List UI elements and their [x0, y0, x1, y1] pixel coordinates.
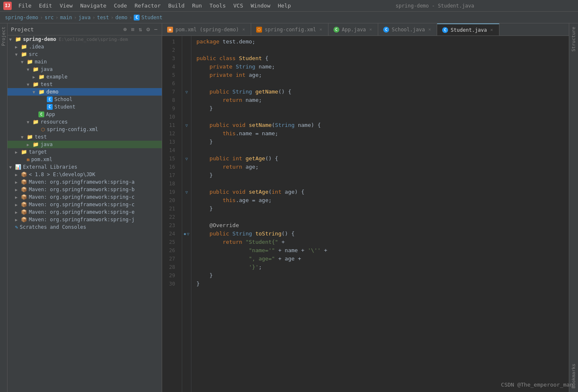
code-line-13: } [196, 138, 569, 146]
menu-code[interactable]: Code [111, 2, 130, 10]
line-num-5: 5 [162, 71, 178, 79]
code-line-21: } [196, 205, 569, 213]
tab-pom[interactable]: m pom.xml (spring-demo) × [162, 23, 251, 35]
tab-label-pom: pom.xml (spring-demo) [176, 27, 239, 33]
tree-item-maven-a[interactable]: ▶ 📦 Maven: org.springframework:spring-a [8, 178, 162, 186]
close-icon[interactable]: − [153, 25, 158, 33]
lib-icon-maven-c1: 📦 [21, 194, 27, 200]
menu-file[interactable]: File [15, 2, 35, 10]
breadcrumb-main[interactable]: main [60, 15, 72, 20]
tree-item-school[interactable]: C School [8, 96, 162, 103]
tree-item-idea[interactable]: ▶ 📁 .idea [8, 43, 162, 51]
gutter-21 [182, 205, 191, 213]
structure-label[interactable]: Structure [570, 23, 577, 55]
gutter-25 [182, 238, 191, 246]
tab-spring-config[interactable]: ⬡ spring-config.xml × [251, 23, 328, 35]
tree-item-java[interactable]: ▼ 📁 java [8, 66, 162, 73]
tree-item-resources[interactable]: ▼ 📁 resources [8, 118, 162, 126]
breadcrumb-src[interactable]: src [45, 15, 54, 20]
editor-area: m pom.xml (spring-demo) × ⬡ spring-confi… [162, 23, 569, 392]
java-icon-school: C [47, 96, 53, 102]
tree-arrow-maven-j: ▶ [15, 217, 21, 222]
tree-item-maven-c1[interactable]: ▶ 📦 Maven: org.springframework:spring-c [8, 193, 162, 201]
tree-item-maven-j[interactable]: ▶ 📦 Maven: org.springframework:spring-j [8, 216, 162, 223]
settings-icon[interactable]: ⚙ [145, 25, 150, 33]
tree-item-src[interactable]: ▼ 📁 src [8, 51, 162, 58]
menu-tools[interactable]: Tools [206, 2, 229, 10]
gutter-30 [182, 280, 191, 288]
line-num-22: 22 [162, 213, 178, 221]
tree-item-target[interactable]: ▶ 📁 target [8, 148, 162, 156]
tab-school-java[interactable]: C School.java × [378, 23, 437, 35]
code-line-29: } [196, 271, 569, 280]
tree-item-test[interactable]: ▼ 📁 test [8, 81, 162, 88]
gutter-24: ●▽ [182, 230, 191, 238]
tab-close-student[interactable]: × [489, 27, 494, 33]
tree-item-pom-xml[interactable]: m pom.xml [8, 156, 162, 163]
tree-item-jdk[interactable]: ▶ 📦 < 1.8 > E:\develop\JDK [8, 171, 162, 178]
menu-edit[interactable]: Edit [36, 2, 55, 10]
menu-window[interactable]: Window [247, 2, 274, 10]
menu-help[interactable]: Help [275, 2, 294, 10]
tree-item-app[interactable]: C App [8, 111, 162, 118]
tab-close-spring-config[interactable]: × [318, 27, 323, 32]
tree-arrow-resources: ▼ [27, 120, 33, 124]
project-panel-label[interactable]: Project [0, 23, 7, 49]
tree-item-spring-demo[interactable]: ▼ 📁 spring-demo E:\online_code\spring-de… [8, 35, 162, 43]
tree-item-scratches[interactable]: ✎ Scratches and Consoles [8, 223, 162, 231]
breadcrumb-student[interactable]: Student [141, 15, 163, 20]
line-num-21: 21 [162, 205, 178, 213]
breadcrumb-class-icon: C [134, 15, 140, 20]
tree-arrow-java: ▼ [27, 67, 33, 72]
tab-close-app[interactable]: × [369, 27, 373, 32]
tab-close-school[interactable]: × [428, 27, 432, 32]
menu-refactor[interactable]: Refactor [131, 2, 164, 10]
breadcrumb-test[interactable]: test [97, 15, 109, 20]
gutter-8 [182, 96, 191, 104]
tree-item-external-libs[interactable]: ▼ 📊 External Libraries [8, 163, 162, 171]
line-num-12: 12 [162, 129, 178, 138]
tab-close-pom[interactable]: × [242, 27, 246, 32]
menu-navigate[interactable]: Navigate [77, 2, 110, 10]
gutter-19: ▽ [182, 188, 191, 196]
tree-item-maven-e[interactable]: ▶ 📦 Maven: org.springframework:spring-e [8, 208, 162, 216]
lib-icon-maven-b: 📦 [21, 187, 27, 192]
gutter-14 [182, 146, 191, 154]
line-num-24: 24 [162, 230, 178, 238]
add-icon[interactable]: ⊕ [122, 25, 127, 33]
tree-item-student[interactable]: C Student [8, 103, 162, 111]
menu-build[interactable]: Build [165, 2, 188, 10]
menu-run[interactable]: Run [189, 2, 205, 10]
gutter-11: ▽ [182, 121, 191, 129]
breadcrumb-spring-demo[interactable]: spring-demo [5, 15, 38, 20]
tree-item-demo[interactable]: ▼ 📁 demo [8, 88, 162, 96]
tree-label-scratches: Scratches and Consoles [20, 224, 86, 230]
line-num-2: 2 [162, 46, 178, 54]
project-sidebar: Project ⊕ ≡ ⇅ ⚙ − ▼ 📁 spring-demo E:\onl… [8, 23, 162, 392]
menu-vcs[interactable]: VCS [230, 2, 246, 10]
expand-icon[interactable]: ⇅ [138, 25, 143, 33]
tree-item-test-dir[interactable]: ▼ 📁 test [8, 133, 162, 141]
folder-icon-idea: 📁 [21, 44, 27, 50]
breadcrumb-demo[interactable]: demo [115, 15, 127, 20]
tree-item-spring-config-xml[interactable]: ⬡ spring-config.xml [8, 126, 162, 133]
line-num-18: 18 [162, 180, 178, 188]
tree-item-maven-c2[interactable]: ▶ 📦 Maven: org.springframework:spring-c [8, 201, 162, 208]
folder-icon-test: 📁 [33, 81, 39, 87]
menu-view[interactable]: View [56, 2, 76, 10]
tree-item-java2[interactable]: ▶ 📁 java [8, 141, 162, 148]
code-content[interactable]: package test.demo; public class Student … [191, 36, 569, 392]
tree-label-resources: resources [41, 119, 68, 125]
breadcrumb-java[interactable]: java [79, 15, 91, 20]
tab-bar: m pom.xml (spring-demo) × ⬡ spring-confi… [162, 23, 569, 36]
folder-icon-java2: 📁 [33, 142, 39, 147]
tree-arrow-maven-c2: ▶ [15, 202, 21, 207]
sidebar-title: Project [11, 26, 120, 33]
collapse-icon[interactable]: ≡ [130, 25, 135, 33]
tree-item-main[interactable]: ▼ 📁 main [8, 58, 162, 66]
tree-item-maven-b[interactable]: ▶ 📦 Maven: org.springframework:spring-b [8, 186, 162, 193]
tab-app-java[interactable]: C App.java × [328, 23, 378, 35]
tab-student-java[interactable]: C Student.java × [437, 23, 499, 35]
tree-item-example[interactable]: ▶ 📁 example [8, 73, 162, 81]
line-num-15: 15 [162, 154, 178, 163]
